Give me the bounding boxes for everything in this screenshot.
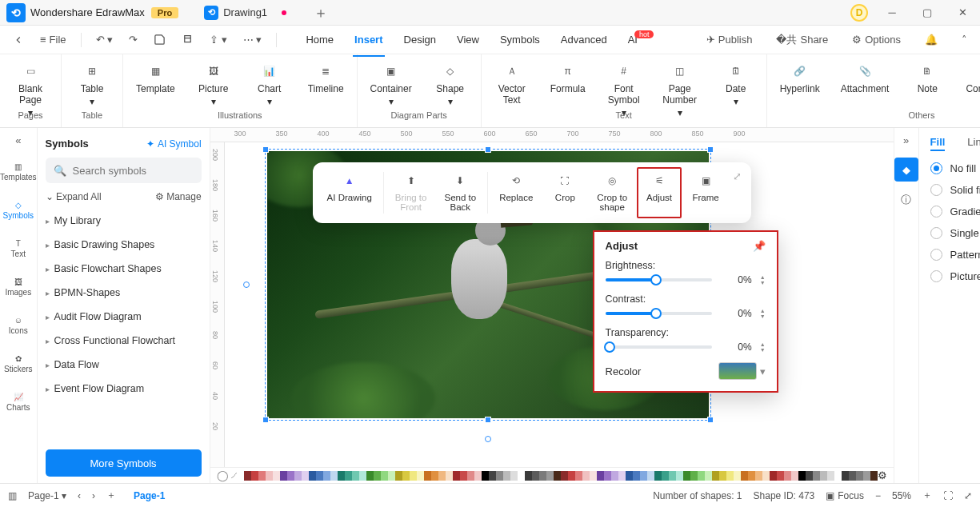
- collapse-ribbon-button[interactable]: ˄: [955, 30, 974, 49]
- color-swatch[interactable]: [726, 471, 734, 481]
- fill-option[interactable]: Gradient fill: [930, 206, 980, 218]
- color-swatch[interactable]: [770, 471, 777, 481]
- color-swatch[interactable]: [460, 471, 467, 481]
- menu-design[interactable]: Design: [402, 29, 438, 50]
- connect-handle[interactable]: [243, 281, 250, 288]
- color-swatch[interactable]: [734, 471, 741, 481]
- color-swatch[interactable]: [870, 471, 878, 481]
- color-swatch[interactable]: [431, 471, 438, 481]
- tab-fill[interactable]: Fill: [930, 134, 946, 151]
- minimize-button[interactable]: ─: [874, 0, 910, 26]
- symbol-category[interactable]: Data Flow: [46, 353, 202, 377]
- float-more-icon[interactable]: ⤢: [730, 167, 745, 186]
- fill-option[interactable]: Pattern fill: [930, 249, 980, 261]
- next-page-icon[interactable]: ›: [92, 490, 95, 501]
- fill-option[interactable]: No fill: [930, 162, 980, 174]
- color-swatch[interactable]: [446, 471, 453, 481]
- contrast-spinner[interactable]: ▲▼: [760, 308, 766, 319]
- prev-page-icon[interactable]: ‹: [78, 490, 81, 501]
- color-swatch[interactable]: [705, 471, 712, 481]
- symbol-category[interactable]: Basic Flowchart Shapes: [46, 257, 202, 281]
- color-swatch[interactable]: [813, 471, 820, 481]
- color-swatch[interactable]: [849, 471, 856, 481]
- color-swatch[interactable]: [748, 471, 755, 481]
- color-swatch[interactable]: [287, 471, 294, 481]
- bring-front-button[interactable]: ⬆Bring to Front: [387, 167, 435, 218]
- color-swatch[interactable]: [719, 471, 726, 481]
- color-swatch[interactable]: [741, 471, 748, 481]
- color-swatch[interactable]: [395, 471, 402, 481]
- document-tab[interactable]: ⟲ Drawing1: [191, 0, 299, 25]
- fill-option[interactable]: Solid fill: [930, 184, 980, 196]
- rail-images[interactable]: 🖼Images: [0, 274, 37, 300]
- color-swatch[interactable]: [633, 471, 640, 481]
- share-button[interactable]: �共 Share: [770, 30, 834, 50]
- rail-text[interactable]: TText: [0, 236, 37, 261]
- search-box[interactable]: 🔍: [46, 158, 202, 183]
- fill-option[interactable]: Single color gradient fill: [930, 227, 980, 239]
- color-swatch[interactable]: [582, 471, 590, 481]
- color-swatch[interactable]: [294, 471, 302, 481]
- color-swatch[interactable]: [489, 471, 496, 481]
- tab-line[interactable]: Line: [967, 134, 980, 151]
- color-swatch[interactable]: [654, 471, 662, 481]
- color-swatch[interactable]: [309, 471, 316, 481]
- menu-insert[interactable]: Insert: [353, 29, 384, 50]
- color-swatch[interactable]: [676, 471, 683, 481]
- color-swatch[interactable]: [863, 471, 870, 481]
- zoom-out-button[interactable]: −: [875, 490, 881, 501]
- template-button[interactable]: ▦Template: [133, 59, 178, 96]
- color-swatch[interactable]: [381, 471, 388, 481]
- color-swatch[interactable]: [539, 471, 546, 481]
- color-swatch[interactable]: [330, 471, 338, 481]
- focus-button[interactable]: ▣ Focus: [826, 490, 864, 501]
- color-swatch[interactable]: [532, 471, 539, 481]
- color-swatch[interactable]: [827, 471, 834, 481]
- shape-button[interactable]: ◇Shape ▾: [430, 59, 471, 109]
- note-button[interactable]: 🗎Note: [906, 59, 948, 96]
- manage-button[interactable]: ⚙ Manage: [155, 191, 202, 202]
- color-swatch[interactable]: [554, 471, 561, 481]
- color-swatch[interactable]: [662, 471, 669, 481]
- fill-option[interactable]: Picture or texture fill: [930, 270, 980, 282]
- crop-button[interactable]: ⛶Crop: [542, 167, 587, 218]
- color-settings-icon[interactable]: ⚙: [878, 469, 887, 481]
- export-button[interactable]: ⇪ ▾: [203, 30, 234, 49]
- color-swatch[interactable]: [280, 471, 287, 481]
- rail-collapse-icon[interactable]: «: [15, 134, 21, 146]
- symbol-category[interactable]: Cross Functional Flowchart: [46, 329, 202, 353]
- color-swatch[interactable]: [438, 471, 446, 481]
- resize-handle[interactable]: [485, 417, 491, 423]
- color-swatch[interactable]: [467, 471, 474, 481]
- hyperlink-button[interactable]: 🔗Hyperlink: [777, 59, 823, 96]
- publish-button[interactable]: ✈ Publish: [700, 30, 759, 49]
- adjust-button[interactable]: ⚟Adjust: [637, 167, 682, 218]
- notifications-button[interactable]: 🔔: [918, 30, 944, 49]
- vector-text-button[interactable]: ＡVector Text: [491, 59, 533, 107]
- color-swatch[interactable]: [316, 471, 323, 481]
- color-swatch[interactable]: [546, 471, 554, 481]
- color-swatch[interactable]: [575, 471, 582, 481]
- view-mode-icon[interactable]: ▥: [8, 490, 17, 501]
- replace-button[interactable]: ⟲Replace: [491, 167, 541, 218]
- color-swatch[interactable]: [647, 471, 654, 481]
- resize-handle[interactable]: [262, 146, 269, 153]
- fill-tool-icon[interactable]: ◆: [894, 158, 918, 182]
- brightness-spinner[interactable]: ▲▼: [760, 274, 766, 285]
- page-select[interactable]: Page-1 ▾: [28, 490, 66, 501]
- recolor-dropdown-icon[interactable]: ▾: [760, 365, 766, 377]
- symbol-category[interactable]: My Library: [46, 209, 202, 233]
- menu-view[interactable]: View: [455, 29, 481, 50]
- color-swatch[interactable]: [417, 471, 424, 481]
- attachment-button[interactable]: 📎Attachment: [838, 59, 893, 96]
- crop-shape-button[interactable]: ◎Crop to shape: [589, 167, 635, 218]
- color-swatch[interactable]: [590, 471, 597, 481]
- recolor-swatch[interactable]: [718, 362, 757, 380]
- options-button[interactable]: ⚙ Options: [846, 30, 907, 49]
- rail-stickers[interactable]: ✿Stickers: [0, 351, 37, 377]
- symbol-category[interactable]: Event Flow Diagram: [46, 377, 202, 401]
- resize-handle[interactable]: [262, 417, 269, 423]
- color-swatch[interactable]: [683, 471, 690, 481]
- color-swatch[interactable]: [784, 471, 791, 481]
- color-swatch[interactable]: [352, 471, 359, 481]
